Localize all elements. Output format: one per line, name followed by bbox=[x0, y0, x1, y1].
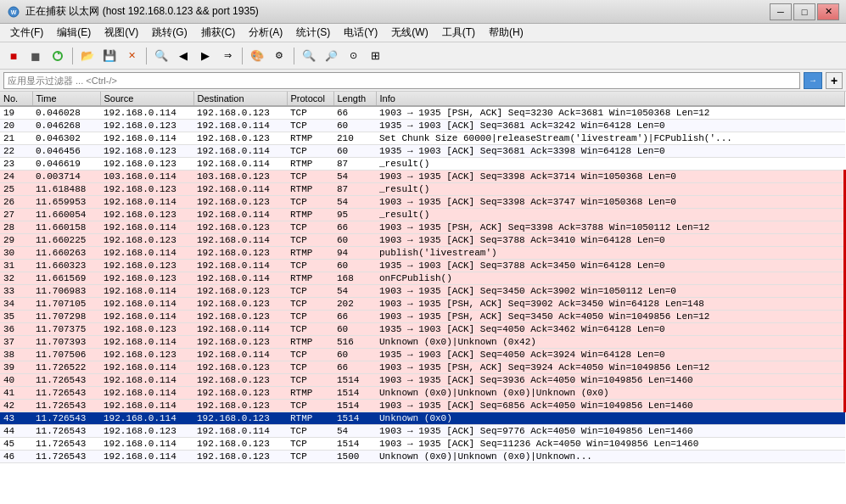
table-row[interactable]: 3111.660323192.168.0.123192.168.0.114TCP… bbox=[0, 260, 845, 272]
table-cell: 35 bbox=[0, 311, 32, 323]
table-header-row: No. Time Source Destination Protocol Len… bbox=[0, 92, 845, 106]
menu-item-视图(V)[interactable]: 视图(V) bbox=[98, 24, 145, 42]
table-cell: 1935 → 1903 [ACK] Seq=4050 Ack=3462 Win=… bbox=[376, 323, 845, 336]
col-header-no[interactable]: No. bbox=[0, 92, 32, 106]
table-cell: RTMP bbox=[287, 336, 333, 349]
toolbar-go-forward[interactable]: ▶ bbox=[195, 46, 216, 66]
col-header-length[interactable]: Length bbox=[333, 92, 376, 106]
table-row[interactable]: 220.046456192.168.0.123192.168.0.114TCP6… bbox=[0, 145, 845, 158]
menu-item-工具(T)[interactable]: 工具(T) bbox=[435, 24, 482, 42]
table-cell: 1514 bbox=[333, 438, 376, 451]
col-header-info[interactable]: Info bbox=[376, 92, 845, 106]
table-cell: 0.046268 bbox=[32, 120, 100, 132]
table-cell: 39 bbox=[0, 361, 32, 374]
menu-item-无线(W)[interactable]: 无线(W) bbox=[384, 24, 434, 42]
table-row[interactable]: 4211.726543192.168.0.114192.168.0.123TCP… bbox=[0, 400, 845, 412]
toolbar-go-back[interactable]: ◀ bbox=[173, 46, 193, 66]
table-row[interactable]: 190.046028192.168.0.114192.168.0.123TCP6… bbox=[0, 106, 845, 120]
table-cell: 192.168.0.114 bbox=[100, 336, 193, 349]
menu-item-统计(S)[interactable]: 统计(S) bbox=[289, 24, 337, 42]
menu-item-帮助(H)[interactable]: 帮助(H) bbox=[482, 24, 530, 42]
toolbar-prefs[interactable]: ⚙ bbox=[269, 46, 289, 66]
table-row[interactable]: 3511.707298192.168.0.114192.168.0.123TCP… bbox=[0, 311, 845, 323]
toolbar-zoom-out[interactable]: 🔎 bbox=[321, 46, 341, 66]
col-header-source[interactable]: Source bbox=[100, 92, 193, 106]
table-cell: 192.168.0.114 bbox=[100, 451, 193, 463]
table-cell: publish('livestream') bbox=[376, 247, 845, 260]
table-cell: 192.168.0.114 bbox=[100, 361, 193, 374]
table-cell: _result() bbox=[376, 158, 845, 171]
table-row[interactable]: 4511.726543192.168.0.114192.168.0.123TCP… bbox=[0, 438, 845, 451]
table-row[interactable]: 230.046619192.168.0.123192.168.0.114RTMP… bbox=[0, 158, 845, 171]
table-row[interactable]: 2811.660158192.168.0.114192.168.0.123TCP… bbox=[0, 221, 845, 234]
toolbar-separator-3 bbox=[242, 48, 243, 64]
table-cell: 192.168.0.114 bbox=[100, 298, 193, 311]
table-row[interactable]: 3611.707375192.168.0.123192.168.0.114TCP… bbox=[0, 323, 845, 336]
toolbar-zoom-100[interactable]: ⊙ bbox=[343, 46, 363, 66]
filter-apply-button[interactable]: → bbox=[804, 72, 822, 89]
menu-item-电话(Y)[interactable]: 电话(Y) bbox=[337, 24, 384, 42]
display-filter-input[interactable] bbox=[3, 72, 800, 89]
table-cell: 192.168.0.114 bbox=[193, 209, 287, 221]
menu-item-编辑(E)[interactable]: 编辑(E) bbox=[50, 24, 98, 42]
toolbar-open[interactable]: 📂 bbox=[77, 46, 98, 66]
col-header-protocol[interactable]: Protocol bbox=[287, 92, 333, 106]
table-cell: 66 bbox=[333, 311, 376, 323]
toolbar-close-capture[interactable]: ✕ bbox=[121, 46, 142, 66]
toolbar-start[interactable]: ■ bbox=[3, 46, 24, 66]
table-row[interactable]: 2611.659953192.168.0.114192.168.0.123TCP… bbox=[0, 196, 845, 209]
table-row[interactable]: 210.046302192.168.0.114192.168.0.123RTMP… bbox=[0, 132, 845, 145]
toolbar-stop[interactable]: ◼ bbox=[25, 46, 46, 66]
toolbar-separator-4 bbox=[294, 48, 294, 64]
table-cell: 192.168.0.123 bbox=[193, 196, 287, 209]
table-cell: 44 bbox=[0, 425, 32, 438]
table-row[interactable]: 3011.660263192.168.0.114192.168.0.123RTM… bbox=[0, 247, 845, 260]
table-row[interactable]: 3311.706983192.168.0.114192.168.0.123TCP… bbox=[0, 285, 845, 298]
table-row[interactable]: 4311.726543192.168.0.114192.168.0.123RTM… bbox=[0, 412, 845, 425]
maximize-button[interactable]: □ bbox=[793, 3, 815, 20]
table-cell: 23 bbox=[0, 158, 32, 171]
table-row[interactable]: 3211.661569192.168.0.123192.168.0.114RTM… bbox=[0, 272, 845, 285]
toolbar-resize-columns[interactable]: ⊞ bbox=[365, 46, 385, 66]
toolbar-zoom-in[interactable]: 🔍 bbox=[299, 46, 319, 66]
minimize-button[interactable]: ─ bbox=[770, 3, 792, 20]
filter-add-button[interactable]: + bbox=[826, 72, 843, 89]
table-cell: 31 bbox=[0, 260, 32, 272]
toolbar-search[interactable]: 🔍 bbox=[151, 46, 171, 66]
table-row[interactable]: 4011.726543192.168.0.114192.168.0.123TCP… bbox=[0, 374, 845, 387]
table-row[interactable]: 2711.660054192.168.0.123192.168.0.114RTM… bbox=[0, 209, 845, 221]
col-header-destination[interactable]: Destination bbox=[193, 92, 287, 106]
toolbar-save[interactable]: 💾 bbox=[99, 46, 120, 66]
table-row[interactable]: 3911.726522192.168.0.114192.168.0.123TCP… bbox=[0, 361, 845, 374]
table-cell: 24 bbox=[0, 171, 32, 183]
table-row[interactable]: 4111.726543192.168.0.114192.168.0.123RTM… bbox=[0, 387, 845, 400]
table-cell: RTMP bbox=[287, 132, 333, 145]
table-cell: 26 bbox=[0, 196, 32, 209]
menu-item-跳转(G)[interactable]: 跳转(G) bbox=[145, 24, 193, 42]
table-row[interactable]: 3811.707506192.168.0.123192.168.0.114TCP… bbox=[0, 349, 845, 361]
menu-item-文件(F)[interactable]: 文件(F) bbox=[3, 24, 50, 42]
table-cell: 11.707298 bbox=[32, 311, 100, 323]
menu-item-分析(A)[interactable]: 分析(A) bbox=[242, 24, 289, 42]
table-cell: TCP bbox=[287, 234, 333, 247]
table-row[interactable]: 240.003714103.168.0.114103.168.0.123TCP5… bbox=[0, 171, 845, 183]
table-cell: 30 bbox=[0, 247, 32, 260]
table-row[interactable]: 200.046268192.168.0.123192.168.0.114TCP6… bbox=[0, 120, 845, 132]
table-row[interactable]: 3411.707105192.168.0.114192.168.0.123TCP… bbox=[0, 298, 845, 311]
table-row[interactable]: 4411.726543192.168.0.123192.168.0.114TCP… bbox=[0, 425, 845, 438]
toolbar-restart[interactable] bbox=[48, 46, 68, 66]
close-button[interactable]: ✕ bbox=[817, 3, 839, 20]
table-row[interactable]: 3711.707393192.168.0.114192.168.0.123RTM… bbox=[0, 336, 845, 349]
table-cell: TCP bbox=[287, 120, 333, 132]
table-cell: 192.168.0.114 bbox=[100, 311, 193, 323]
table-cell: 87 bbox=[333, 183, 376, 196]
table-row[interactable]: 2511.618488192.168.0.123192.168.0.114RTM… bbox=[0, 183, 845, 196]
toolbar-go-to[interactable]: ⇒ bbox=[217, 46, 238, 66]
toolbar-colorize[interactable]: 🎨 bbox=[247, 46, 267, 66]
table-cell: TCP bbox=[287, 361, 333, 374]
col-header-time[interactable]: Time bbox=[32, 92, 100, 106]
table-cell: 0.046028 bbox=[32, 106, 100, 120]
table-row[interactable]: 4611.726543192.168.0.114192.168.0.123TCP… bbox=[0, 451, 845, 463]
menu-item-捕获(C)[interactable]: 捕获(C) bbox=[194, 24, 243, 42]
table-row[interactable]: 2911.660225192.168.0.123192.168.0.114TCP… bbox=[0, 234, 845, 247]
